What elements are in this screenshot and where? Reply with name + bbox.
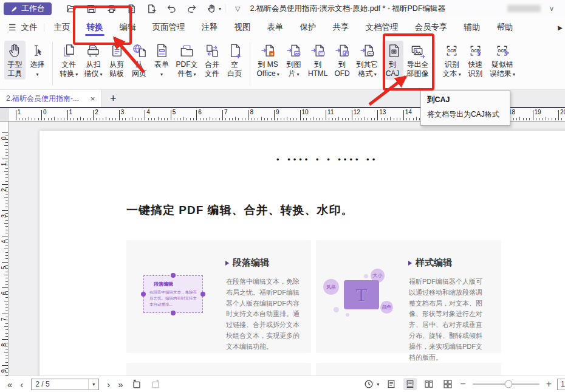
menu-tab-视图[interactable]: 视图 bbox=[235, 17, 251, 38]
print-icon[interactable] bbox=[106, 4, 117, 14]
toolbar-button-选择[interactable]: 选择 ▾ bbox=[27, 41, 48, 80]
toolbar-button-label: PDF文 件包 ▾ bbox=[176, 60, 198, 79]
ruler-minor-tick bbox=[394, 118, 394, 120]
toolbar-button-到HTML[interactable]: </>到 HTML bbox=[306, 41, 330, 80]
ruler-minor-tick bbox=[536, 118, 536, 120]
ruler-minor-tick bbox=[154, 118, 155, 120]
hamburger-icon[interactable]: ☰ bbox=[9, 22, 16, 32]
toolbar-button-从网页[interactable]: 从 网页 bbox=[129, 41, 150, 80]
blank-icon bbox=[227, 43, 243, 59]
single-page-view-button[interactable] bbox=[385, 378, 398, 390]
toolbar-button-从扫描仪[interactable]: 从扫 描仪 ▾ bbox=[81, 41, 104, 80]
ruler-minor-tick bbox=[303, 118, 304, 120]
prev-page-button[interactable]: ‹ bbox=[20, 380, 23, 389]
toolbar-button-从剪贴板[interactable]: 从剪 贴板 bbox=[106, 41, 128, 80]
toolbar-button-导出全部图像[interactable]: 导出全 部图像 bbox=[405, 41, 431, 80]
ruler-minor-tick bbox=[5, 181, 8, 182]
menu-tab-页面管理[interactable]: 页面管理 bbox=[152, 17, 185, 38]
previous-view-button[interactable] bbox=[131, 379, 142, 390]
toolbar-button-手型工具[interactable]: 手型 工具 bbox=[4, 41, 26, 80]
ruler-tick bbox=[41, 110, 42, 120]
document-tab[interactable]: 2.福昕会员使用指南-... × bbox=[0, 90, 101, 107]
package-icon bbox=[179, 43, 195, 59]
next-view-button[interactable] bbox=[150, 379, 161, 390]
ruler-tick bbox=[2, 365, 8, 366]
menu-tab-转换[interactable]: 转换 bbox=[87, 17, 103, 38]
toolbar-button-到其它格式[interactable]: 到其它 格式 ▾ bbox=[354, 41, 381, 80]
menu-file[interactable]: 文件 bbox=[21, 22, 38, 33]
toolbar-button-文件转换[interactable]: 文件 转换 ▾ bbox=[57, 41, 80, 80]
ruler-minor-tick bbox=[129, 118, 129, 120]
toolbar-button-到OFD[interactable]: 到 OFD bbox=[332, 41, 353, 80]
page-setup-icon[interactable] bbox=[126, 4, 137, 14]
bottom-card bbox=[316, 363, 501, 376]
toolbar-button-快速识别[interactable]: OCR快速 识别 bbox=[465, 41, 486, 80]
svg-text:</>: </> bbox=[320, 52, 324, 55]
hand-tool-caret-icon[interactable]: ▾ bbox=[219, 6, 221, 12]
zoom-value-box[interactable]: 11 bbox=[557, 379, 565, 390]
last-page-button[interactable]: » bbox=[118, 380, 123, 389]
menu-tab-会员专享[interactable]: 会员专享 bbox=[415, 17, 448, 38]
combobox-caret-icon[interactable]: ▾ bbox=[88, 379, 98, 390]
page-number-combobox[interactable]: 2 / 5 ▾ bbox=[31, 379, 99, 390]
menu-tab-注释[interactable]: 注释 bbox=[202, 17, 218, 38]
menu-tab-帮助[interactable]: 帮助 bbox=[497, 17, 513, 38]
open-file-icon[interactable] bbox=[66, 4, 77, 14]
toolbar-button-空白页[interactable]: 空 白页 bbox=[224, 41, 245, 80]
menu-tab-编辑[interactable]: 编辑 bbox=[120, 17, 136, 38]
undo-icon[interactable] bbox=[166, 4, 177, 14]
save-icon[interactable] bbox=[86, 4, 97, 14]
toolbar-button-PDF文件包[interactable]: PDF文 件包 ▾ bbox=[174, 41, 200, 80]
menu-tab-辅助[interactable]: 辅助 bbox=[464, 17, 481, 38]
tab-close-icon[interactable]: × bbox=[88, 94, 97, 103]
continuous-view-button[interactable] bbox=[403, 378, 417, 390]
toolbar-button-到CAJ[interactable]: 到 CAJ bbox=[382, 41, 403, 80]
new-doc-icon[interactable] bbox=[146, 4, 157, 14]
zoom-out-button[interactable]: − bbox=[460, 379, 465, 389]
menu-tab-保护[interactable]: 保护 bbox=[300, 17, 317, 38]
first-page-button[interactable]: « bbox=[7, 380, 12, 389]
facing-view-button[interactable] bbox=[422, 378, 436, 390]
toolbar-button-表单[interactable]: 表单 ▾ bbox=[151, 41, 173, 80]
toolbar-button-到图片[interactable]: 到图 片 ▾ bbox=[283, 41, 304, 80]
ruler-minor-tick bbox=[5, 239, 8, 240]
rotate-caret-icon[interactable]: ▾ bbox=[377, 382, 379, 387]
next-page-button[interactable]: › bbox=[107, 380, 110, 389]
selection-handle bbox=[141, 292, 146, 297]
mini-box-body: 在段落中编辑文本，免除布局之忧。编辑内容时支持文本自动重排... bbox=[149, 289, 199, 308]
titlebar-separator bbox=[225, 4, 225, 13]
toolbar-button-合并文件[interactable]: 合并 文件 bbox=[202, 41, 223, 80]
ruler-minor-tick bbox=[5, 336, 8, 337]
ruler-tick bbox=[171, 110, 171, 120]
redo-icon[interactable] bbox=[187, 4, 197, 14]
menu-overflow-icon[interactable]: ▶ bbox=[558, 24, 563, 31]
new-tab-button[interactable]: + bbox=[110, 93, 117, 104]
facing-continuous-view-button[interactable] bbox=[441, 378, 454, 390]
ruler-minor-tick bbox=[5, 168, 8, 169]
zoom-slider-thumb[interactable] bbox=[505, 380, 513, 388]
menu-tab-共享[interactable]: 共享 bbox=[333, 17, 349, 38]
ruler-minor-tick bbox=[29, 117, 29, 120]
toolbar-button-疑似错误结果[interactable]: OCR疑似错 误结果 ▾ bbox=[487, 41, 518, 80]
bubble-style: 风格 bbox=[323, 279, 339, 295]
ocr-text-icon: OCR bbox=[443, 43, 460, 59]
ruler-tick bbox=[196, 110, 197, 120]
hand-tool-icon[interactable] bbox=[207, 4, 217, 14]
toolbar-button-识别文本[interactable]: OCR识别 文本 ▾ bbox=[440, 41, 464, 80]
menu-tab-主页[interactable]: 主页 bbox=[54, 17, 70, 38]
zoom-slider[interactable] bbox=[473, 383, 539, 385]
rotate-view-button[interactable] bbox=[363, 379, 374, 390]
account-info-blurred[interactable] bbox=[507, 5, 541, 12]
toolbar-expand-icon[interactable]: ▽ bbox=[235, 5, 240, 13]
menu-tab-文档管理[interactable]: 文档管理 bbox=[366, 17, 399, 38]
account-chevron-icon[interactable]: ∨ bbox=[549, 5, 554, 13]
ruler-minor-tick bbox=[132, 117, 132, 120]
workspace-button[interactable]: 工作台 bbox=[4, 2, 52, 15]
toolbar-button-到 MSOffice[interactable]: o到 MS Office ▾ bbox=[255, 41, 282, 80]
pdf-page[interactable]: • •••• • • •••• •• 一键搞定 PDF 编辑、合并、转换、水印。… bbox=[39, 131, 565, 376]
toolbar-button-label: 到 CAJ bbox=[386, 60, 400, 78]
ruler-minor-tick bbox=[25, 118, 26, 120]
menu-tab-表单[interactable]: 表单 bbox=[267, 17, 284, 38]
ruler-minor-tick bbox=[142, 118, 142, 120]
zoom-in-button[interactable]: + bbox=[546, 379, 552, 389]
